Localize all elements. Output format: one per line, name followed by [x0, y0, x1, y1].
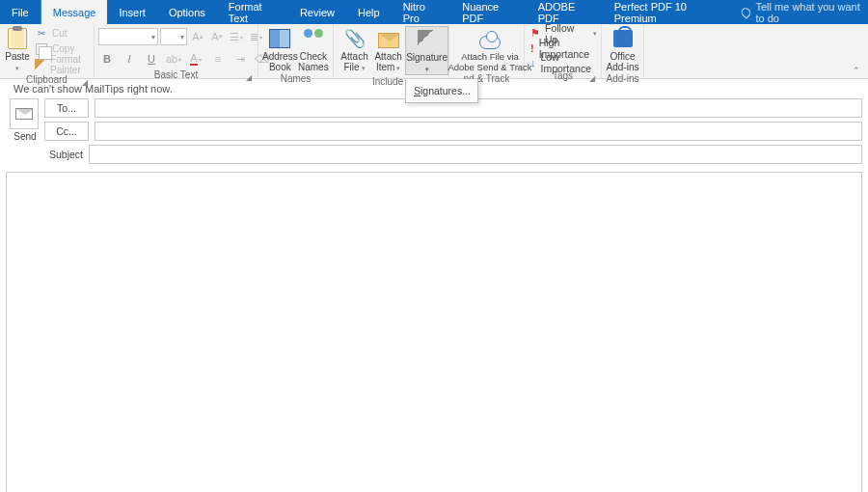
ribbon-tabs: File Message Insert Options Format Text …	[0, 0, 868, 24]
copy-label: Copy	[52, 43, 74, 54]
address-book-button[interactable]: Address Book	[262, 26, 298, 72]
highlight-button[interactable]: ab▾	[165, 50, 182, 68]
group-adobe-track: Attach File via Adobe Send & Track nd & …	[449, 24, 525, 78]
office-addins-button[interactable]: Office Add-ins	[606, 26, 639, 72]
font-color-button[interactable]: A▾	[187, 50, 204, 68]
group-basic-text: ▾ ▾ A▴ A▾ ☰▾ ≣▾ ⇤ B I U ab▾ A▾ ≡ ⇥ ⌫ Bas…	[95, 24, 258, 78]
cut-button[interactable]: ✂Cut	[33, 26, 90, 41]
group-clipboard: Paste▾ ✂Cut Copy Format Painter Clipboar…	[0, 24, 95, 78]
tell-me-search[interactable]: Tell me what you want to do	[742, 0, 868, 24]
font-size-combo[interactable]: ▾	[160, 28, 187, 45]
signature-dropdown-menu: Signatures...	[405, 79, 478, 103]
lightbulb-icon	[739, 6, 751, 18]
attach-item-icon	[378, 33, 399, 48]
group-tags: ⚑Follow Up▾ !High Importance ↓Low Import…	[525, 24, 602, 78]
tab-nuance-pdf[interactable]: Nuance PDF	[450, 0, 527, 24]
adobe-send-track-button[interactable]: Attach File via Adobe Send & Track	[453, 26, 527, 72]
group-include: 📎 Attach File ▾ Attach Item ▾ Signature▾…	[334, 24, 449, 78]
high-importance-icon: !	[530, 42, 534, 54]
tab-adobe-pdf[interactable]: ADOBE PDF	[527, 0, 603, 24]
send-label: Send	[6, 131, 44, 142]
cc-button[interactable]: Cc...	[44, 122, 89, 141]
cc-field-wrapper	[95, 122, 862, 141]
to-button[interactable]: To...	[44, 98, 89, 118]
paste-button[interactable]: Paste▾	[4, 26, 31, 73]
underline-button[interactable]: U	[143, 50, 160, 68]
scissors-icon: ✂	[35, 28, 48, 40]
low-importance-icon: ↓	[530, 57, 536, 68]
address-book-icon	[269, 29, 290, 48]
to-field-wrapper	[95, 98, 862, 118]
tab-insert[interactable]: Insert	[107, 0, 157, 24]
tab-file[interactable]: File	[0, 0, 41, 24]
office-addins-label: Office Add-ins	[607, 51, 639, 72]
tab-options[interactable]: Options	[157, 0, 217, 24]
font-name-combo[interactable]: ▾	[98, 28, 158, 45]
tab-nitro-pro[interactable]: Nitro Pro	[392, 0, 451, 24]
subject-field-wrapper	[89, 145, 862, 164]
basic-text-dialog-launcher[interactable]: ◢	[244, 71, 254, 81]
copy-icon	[35, 43, 48, 55]
check-names-button[interactable]: Check Names	[298, 26, 329, 72]
adobe-send-track-label: Attach File via Adobe Send & Track	[448, 51, 531, 72]
signatures-menu-label: Signatures...	[414, 85, 471, 96]
ribbon: Paste▾ ✂Cut Copy Format Painter Clipboar…	[0, 24, 868, 79]
group-names-label: Names	[258, 72, 333, 85]
tab-format-text[interactable]: Format Text	[217, 0, 288, 24]
subject-label: Subject	[44, 149, 83, 160]
cloud-upload-icon	[479, 36, 501, 49]
to-input[interactable]	[95, 99, 861, 117]
signature-button[interactable]: Signature▾	[405, 26, 448, 75]
signatures-menu-item[interactable]: Signatures...	[406, 79, 477, 102]
format-painter-label: Format Painter	[50, 54, 88, 75]
clipboard-dialog-launcher[interactable]: ◢	[80, 76, 90, 86]
subject-input[interactable]	[90, 146, 861, 163]
grow-font-button[interactable]: A▴	[189, 28, 206, 45]
signature-icon	[418, 30, 437, 49]
compose-header: Send To... Cc... Subject	[0, 98, 868, 168]
group-basic-text-label: Basic Text	[154, 69, 198, 80]
tab-help[interactable]: Help	[346, 0, 392, 24]
send-button[interactable]	[10, 98, 39, 129]
bold-button[interactable]: B	[98, 50, 116, 68]
store-icon	[613, 30, 633, 47]
paste-icon	[8, 28, 27, 49]
group-names: Address Book Check Names Names	[258, 24, 334, 78]
collapse-ribbon-button[interactable]: ⌃	[853, 66, 860, 75]
tags-dialog-launcher[interactable]: ◢	[587, 72, 597, 82]
cc-input[interactable]	[95, 123, 861, 140]
signature-label: Signature	[406, 52, 448, 63]
message-body[interactable]	[6, 172, 862, 492]
paste-label: Paste	[5, 51, 30, 62]
shrink-font-button[interactable]: A▾	[208, 28, 226, 45]
check-names-icon	[303, 29, 324, 48]
bullets-button[interactable]: ☰▾	[228, 28, 245, 45]
group-tags-label: Tags	[553, 70, 573, 81]
group-addins-label: Add-ins	[602, 72, 643, 85]
italic-button[interactable]: I	[121, 50, 138, 68]
attach-item-button[interactable]: Attach Item ▾	[371, 26, 405, 73]
low-importance-button[interactable]: ↓Low Importance	[530, 55, 597, 69]
group-addins: Office Add-ins Add-ins	[602, 24, 644, 78]
tell-me-label: Tell me what you want to do	[755, 1, 868, 24]
cut-label: Cut	[52, 28, 68, 39]
brush-icon	[35, 59, 46, 70]
group-clipboard-label: Clipboard	[26, 74, 68, 85]
tab-message[interactable]: Message	[41, 0, 108, 24]
address-book-label: Address Book	[262, 51, 298, 72]
tab-review[interactable]: Review	[288, 0, 346, 24]
align-button[interactable]: ≡	[209, 50, 227, 68]
check-names-label: Check Names	[298, 51, 329, 72]
tab-perfect-pdf[interactable]: Perfect PDF 10 Premium	[603, 0, 728, 24]
indent-button[interactable]: ⇥	[231, 50, 249, 68]
attach-file-button[interactable]: 📎 Attach File ▾	[338, 26, 371, 73]
send-envelope-icon	[15, 108, 33, 120]
paperclip-icon: 📎	[344, 28, 366, 49]
